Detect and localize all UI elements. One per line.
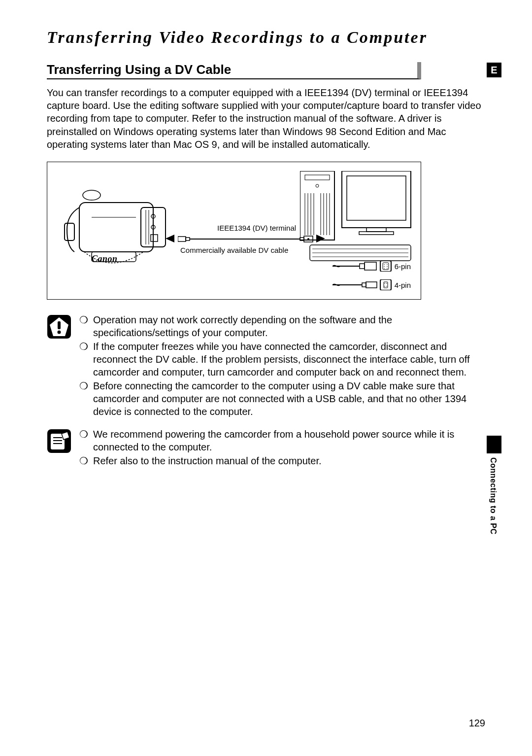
svg-rect-51 bbox=[366, 282, 377, 288]
svg-rect-31 bbox=[347, 176, 406, 220]
arrow-left-icon bbox=[166, 234, 177, 243]
caution-item-text: Before connecting the camcorder to the c… bbox=[93, 379, 485, 418]
svg-rect-6 bbox=[151, 235, 158, 241]
side-section-label: Connecting to a PC bbox=[489, 457, 498, 535]
pin4-label: 4-pin bbox=[395, 281, 411, 289]
bullet-icon: ❍ bbox=[79, 454, 88, 467]
svg-rect-41 bbox=[380, 261, 391, 272]
svg-point-43 bbox=[384, 265, 385, 266]
bullet-icon: ❍ bbox=[79, 313, 88, 339]
svg-point-56 bbox=[384, 286, 385, 287]
pin6-label: 6-pin bbox=[395, 262, 411, 271]
caution-item-text: If the computer freezes while you have c… bbox=[93, 340, 485, 378]
bullet-icon: ❍ bbox=[79, 379, 88, 418]
svg-rect-60 bbox=[58, 321, 61, 329]
svg-point-21 bbox=[316, 184, 319, 187]
bullet-icon: ❍ bbox=[79, 340, 88, 378]
dv-cable-line bbox=[178, 235, 313, 243]
svg-rect-0 bbox=[79, 203, 153, 252]
svg-rect-20 bbox=[305, 175, 330, 180]
svg-rect-12 bbox=[178, 237, 186, 241]
svg-point-48 bbox=[387, 269, 388, 270]
svg-point-46 bbox=[387, 267, 388, 268]
info-item-text: Refer also to the instruction manual of … bbox=[93, 454, 322, 467]
info-list: ❍We recommend powering the camcorder fro… bbox=[79, 428, 485, 468]
section-heading: Transferring Using a DV Cable bbox=[47, 62, 421, 79]
bullet-icon: ❍ bbox=[79, 428, 88, 453]
warning-icon bbox=[47, 313, 71, 341]
svg-point-55 bbox=[386, 283, 387, 284]
page-number: 129 bbox=[469, 718, 485, 729]
connection-diagram: Canon IEEE1394 (DV) terminal Commerciall… bbox=[47, 162, 421, 300]
svg-rect-32 bbox=[366, 228, 386, 232]
svg-rect-53 bbox=[384, 282, 388, 288]
svg-rect-30 bbox=[342, 171, 411, 228]
caution-block: ❍Operation may not work correctly depend… bbox=[47, 313, 485, 419]
info-item-text: We recommend powering the camcorder from… bbox=[93, 428, 485, 453]
side-accent bbox=[487, 436, 501, 453]
svg-point-57 bbox=[386, 286, 387, 287]
connector-4pin: 4-pin bbox=[332, 279, 411, 290]
cable-label: Commercially available DV cable bbox=[180, 246, 288, 254]
svg-rect-33 bbox=[359, 232, 394, 235]
side-tab: E bbox=[487, 63, 501, 77]
svg-point-8 bbox=[83, 190, 100, 200]
svg-marker-11 bbox=[166, 235, 174, 242]
caution-list: ❍Operation may not work correctly depend… bbox=[79, 313, 485, 419]
note-icon bbox=[47, 428, 71, 455]
svg-point-44 bbox=[387, 265, 388, 266]
svg-point-54 bbox=[384, 283, 385, 284]
computer-illustration bbox=[300, 171, 413, 262]
svg-point-47 bbox=[384, 269, 385, 270]
svg-rect-40 bbox=[365, 262, 376, 270]
terminal-label: IEEE1394 (DV) terminal bbox=[217, 224, 296, 232]
intro-paragraph: You can transfer recordings to a compute… bbox=[47, 86, 485, 151]
info-block: ❍We recommend powering the camcorder fro… bbox=[47, 428, 485, 468]
brand-label: Canon bbox=[92, 254, 118, 264]
svg-rect-7 bbox=[65, 223, 74, 241]
caution-item-text: Operation may not work correctly dependi… bbox=[93, 313, 485, 339]
svg-rect-13 bbox=[186, 238, 190, 241]
page-title: Transferring Video Recordings to a Compu… bbox=[47, 27, 485, 48]
svg-rect-50 bbox=[362, 283, 366, 287]
connector-6pin: 6-pin bbox=[332, 261, 411, 272]
svg-rect-42 bbox=[383, 263, 389, 270]
svg-rect-39 bbox=[360, 264, 365, 269]
svg-rect-52 bbox=[380, 279, 391, 290]
svg-point-61 bbox=[58, 331, 61, 334]
svg-point-45 bbox=[384, 267, 385, 268]
